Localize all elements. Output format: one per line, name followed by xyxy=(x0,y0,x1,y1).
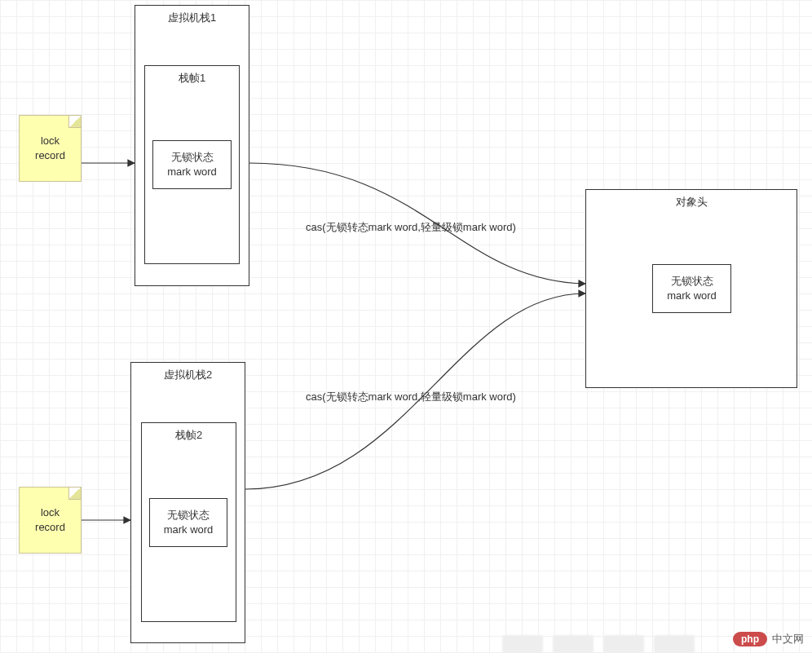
watermark-blur xyxy=(502,624,714,653)
note2-line1: lock xyxy=(41,505,60,520)
object-header-title: 对象头 xyxy=(676,195,708,210)
edge-label-2: cas(无锁转态mark word,轻量级锁mark word) xyxy=(306,390,516,404)
frame2-mark-word-line2: mark word xyxy=(164,523,214,537)
frame1-mark-word: 无锁状态 mark word xyxy=(152,140,232,189)
vm-stack-2-title: 虚拟机栈2 xyxy=(164,368,212,382)
object-header-mark-word: 无锁状态 mark word xyxy=(652,264,731,313)
stack-frame-2-title: 栈帧2 xyxy=(175,428,202,443)
note1-line1: lock xyxy=(41,134,60,148)
lock-record-note-1: lock record xyxy=(19,115,82,182)
frame2-mark-word-line1: 无锁状态 xyxy=(167,508,210,523)
watermark: php 中文网 xyxy=(733,632,804,646)
lock-record-note-2: lock record xyxy=(19,487,82,554)
object-header-mark-word-line2: mark word xyxy=(667,289,717,303)
frame1-mark-word-line1: 无锁状态 xyxy=(171,150,214,165)
vm-stack-1-title: 虚拟机栈1 xyxy=(168,11,216,25)
watermark-badge: php xyxy=(733,632,767,646)
note1-line2: record xyxy=(35,148,65,163)
stack-frame-1-title: 栈帧1 xyxy=(179,71,205,86)
note2-line2: record xyxy=(35,520,65,535)
object-header-mark-word-line1: 无锁状态 xyxy=(671,274,713,289)
edge-label-1: cas(无锁转态mark word,轻量级锁mark word) xyxy=(306,220,516,235)
frame2-mark-word: 无锁状态 mark word xyxy=(149,498,227,547)
frame1-mark-word-line2: mark word xyxy=(167,165,217,179)
watermark-text: 中文网 xyxy=(772,632,804,646)
